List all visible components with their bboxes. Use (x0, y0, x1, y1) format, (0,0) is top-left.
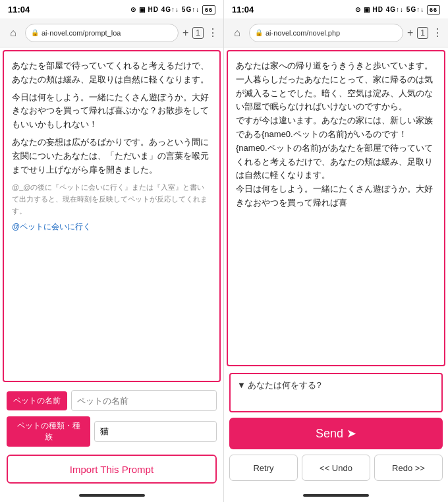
left-text-1: あなたを部屋で待っていてくれると考えるだけで、あなたの頬は緩み、足取りは自然に軽… (12, 59, 211, 87)
send-button[interactable]: Send ➤ (229, 418, 443, 449)
left-form-row-1: ペットの名前 (7, 390, 217, 411)
left-link[interactable]: @ペットに会いに行く (12, 221, 211, 233)
left-time: 11:04 (8, 5, 30, 14)
right-status-bar: 11:04 ⊙ ▣ HD 4G↑↓ 5G↑↓ 66 (224, 0, 448, 18)
redo-button[interactable]: Redo >> (374, 455, 443, 481)
left-signal-icons: ⊙ ▣ HD 4G↑↓ 5G↑↓ 66 (130, 6, 215, 13)
right-bottom-bar (224, 489, 448, 502)
right-status-icons: ⊙ ▣ HD 4G↑↓ 5G↑↓ 66 (355, 6, 440, 13)
right-browser-actions: + 1 ⋮ (407, 26, 443, 39)
left-url-text: ai-novel.com/prompt_loa (42, 29, 121, 37)
import-prompt-button[interactable]: Import This Prompt (7, 455, 217, 484)
left-text-2: 今日は何をしよう。一緒にたくさん遊ぼうか。大好きなおやつを買って帰れば喜ぶかな？… (12, 91, 211, 132)
left-form-area: ペットの名前 ペットの種類・種族 Import This Prompt (0, 385, 223, 489)
left-url-bar[interactable]: 🔒 ai-novel.com/prompt_loa (25, 24, 179, 42)
left-pet-name-input[interactable] (71, 390, 217, 411)
right-browser-bar: ⌂ 🔒 ai-novel.com/novel.php + 1 ⋮ (224, 18, 448, 47)
right-text-4: 今日は何をしよう。一緒にたくさん遊ぼうか。大好きなおやつを買って帰れば喜 (236, 182, 436, 210)
right-text-2: 一人暮らしだったあなたにとって、家に帰るのは気が滅入ることでした。暗く、空気は淀… (236, 73, 436, 114)
left-home-button[interactable]: ⌂ (5, 25, 21, 41)
choice-header: ▼ あなたは何をする? (237, 379, 435, 391)
left-status-icons: ⊙ ▣ HD 4G↑↓ 5G↑↓ 66 (130, 6, 215, 13)
left-bottom-bar (0, 489, 223, 502)
right-time: 11:04 (232, 5, 254, 14)
right-text-3: ですが今は違います。あなたの家には、新しい家族である{name0.ペットの名前}… (236, 114, 436, 182)
left-status-bar: 11:04 ⊙ ▣ HD 4G↑↓ 5G↑↓ 66 (0, 0, 223, 18)
right-add-tab-button[interactable]: + (407, 27, 413, 39)
right-url-bar[interactable]: 🔒 ai-novel.com/novel.php (249, 24, 403, 42)
left-menu-button[interactable]: ⋮ (208, 26, 218, 39)
right-tab-count-button[interactable]: 1 (417, 27, 428, 39)
right-home-indicator (303, 494, 369, 497)
right-content-area: あなたは家への帰り道をうきうきと歩いています。 一人暮らしだったあなたにとって、… (227, 50, 445, 366)
left-text-3: あなたの妄想は広がるばかりです。あっという間に玄関についたあなたは、「ただいま」… (12, 136, 211, 177)
choice-box[interactable]: ▼ あなたは何をする? (229, 373, 443, 412)
right-menu-button[interactable]: ⋮ (432, 26, 443, 39)
undo-button[interactable]: << Undo (302, 455, 370, 481)
left-note: @_@の後に『ペットに会いに行く』または『入室』と書いて出力すると、現在時刻を反… (12, 182, 211, 217)
left-tab-count-button[interactable]: 1 (192, 27, 204, 39)
left-browser-actions: + 1 ⋮ (182, 26, 218, 39)
right-text-1: あなたは家への帰り道をうきうきと歩いています。 (236, 59, 436, 73)
right-lock-icon: 🔒 (255, 29, 263, 36)
left-add-tab-button[interactable]: + (182, 27, 188, 39)
left-pet-type-label-btn[interactable]: ペットの種類・種族 (7, 416, 90, 447)
left-phone-panel: 11:04 ⊙ ▣ HD 4G↑↓ 5G↑↓ 66 ⌂ 🔒 ai-novel.c… (0, 0, 224, 502)
retry-button[interactable]: Retry (229, 455, 298, 481)
right-input-section: ▼ あなたは何をする? Send ➤ Retry << Undo Redo >> (224, 369, 448, 489)
left-content-area: あなたを部屋で待っていてくれると考えるだけで、あなたの頬は緩み、足取りは自然に軽… (3, 50, 221, 382)
right-url-text: ai-novel.com/novel.php (266, 29, 340, 37)
left-lock-icon: 🔒 (31, 29, 39, 36)
action-row: Retry << Undo Redo >> (229, 455, 443, 481)
left-pet-name-label-btn[interactable]: ペットの名前 (7, 391, 67, 410)
left-home-indicator (79, 494, 145, 497)
left-form-row-2: ペットの種類・種族 (7, 416, 217, 447)
left-pet-type-input[interactable] (94, 421, 217, 442)
right-signal-icons: ⊙ ▣ HD 4G↑↓ 5G↑↓ 66 (355, 6, 440, 13)
right-phone-panel: 11:04 ⊙ ▣ HD 4G↑↓ 5G↑↓ 66 ⌂ 🔒 ai-novel.c… (224, 0, 448, 502)
left-browser-bar: ⌂ 🔒 ai-novel.com/prompt_loa + 1 ⋮ (0, 18, 223, 47)
right-home-button[interactable]: ⌂ (229, 25, 245, 41)
